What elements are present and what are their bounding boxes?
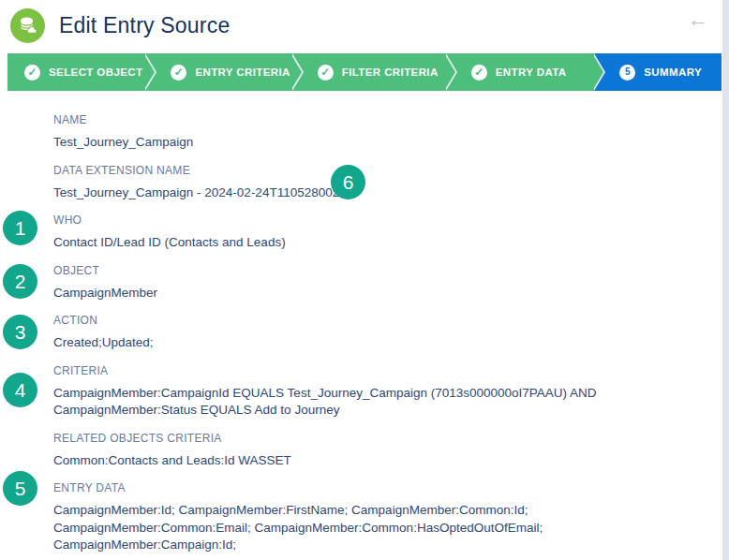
annotation-circle-3: 3: [3, 315, 37, 349]
edit-entry-source-window: { "header": { "title": "Edit Entry Sourc…: [0, 0, 729, 560]
step-number-badge: 5: [619, 65, 635, 81]
step-label: ENTRY DATA: [496, 66, 567, 78]
step-entry-data[interactable]: ✓ ENTRY DATA: [446, 53, 595, 91]
field-value: CampaignMember:CampaignId EQUALS Test_Jo…: [53, 385, 672, 403]
step-filter-criteria[interactable]: ✓ FILTER CRITERIA: [292, 53, 446, 91]
field-label: CRITERIA: [53, 364, 672, 378]
annotation-circle-5: 5: [3, 471, 37, 506]
field-label: WHO: [53, 214, 672, 228]
field-label: OBJECT: [53, 264, 672, 278]
section-action: ACTION Created;Updated;: [53, 314, 672, 352]
step-select-object[interactable]: ✓ SELECT OBJECT: [7, 53, 145, 91]
field-value: Contact ID/Lead ID (Contacts and Leads): [53, 234, 672, 252]
step-summary[interactable]: 5 SUMMARY: [594, 53, 722, 91]
field-value: Common:Contacts and Leads:Id WASSET: [53, 452, 672, 470]
section-entry-data: ENTRY DATA CampaignMember:Id; CampaignMe…: [53, 481, 672, 554]
section-who: WHO Contact ID/Lead ID (Contacts and Lea…: [53, 214, 672, 252]
field-value: Test_Journey_Campaign: [53, 134, 672, 152]
field-label: RELATED OBJECTS CRITERIA: [53, 432, 672, 446]
check-icon: ✓: [24, 65, 40, 81]
field-label: ACTION: [53, 314, 672, 328]
annotation-circle-6: 6: [331, 165, 365, 199]
field-value: CampaignMember:Common:Email; CampaignMem…: [53, 520, 672, 538]
header: Edit Entry Source ←: [0, 0, 722, 51]
step-label: SELECT OBJECT: [49, 66, 142, 78]
annotation-circle-4: 4: [3, 373, 37, 407]
section-related-objects-criteria: RELATED OBJECTS CRITERIA Common:Contacts…: [53, 432, 672, 470]
step-entry-criteria[interactable]: ✓ ENTRY CRITERIA: [145, 53, 291, 91]
vertical-scrollbar[interactable]: [722, 0, 729, 560]
check-icon: ✓: [171, 65, 186, 81]
field-label: NAME: [53, 113, 672, 127]
page-title: Edit Entry Source: [59, 13, 230, 38]
entry-source-icon: [10, 8, 45, 43]
annotation-circle-2: 2: [3, 264, 37, 299]
section-name: NAME Test_Journey_Campaign: [53, 113, 672, 152]
wizard-stepper: ✓ SELECT OBJECT ✓ ENTRY CRITERIA ✓ FILTE…: [7, 53, 722, 91]
step-label: ENTRY CRITERIA: [195, 66, 290, 78]
section-criteria: CRITERIA CampaignMember:CampaignId EQUAL…: [53, 364, 672, 420]
section-object: OBJECT CampaignMember: [53, 264, 672, 302]
field-value: CampaignMember:Id; CampaignMember:FirstN…: [53, 502, 672, 520]
field-value: Created;Updated;: [53, 334, 672, 352]
check-icon: ✓: [471, 65, 487, 81]
step-label: SUMMARY: [644, 66, 702, 78]
field-label: ENTRY DATA: [53, 481, 672, 495]
check-icon: ✓: [318, 65, 334, 81]
back-arrow-icon[interactable]: ←: [688, 9, 708, 30]
field-value: CampaignMember:Campaign:Id;: [53, 537, 672, 554]
step-label: FILTER CRITERIA: [342, 66, 439, 78]
field-value: CampaignMember: [53, 285, 672, 302]
annotation-circle-1: 1: [3, 211, 37, 245]
field-value: CampaignMember:Status EQUALS Add to Jour…: [53, 402, 672, 420]
